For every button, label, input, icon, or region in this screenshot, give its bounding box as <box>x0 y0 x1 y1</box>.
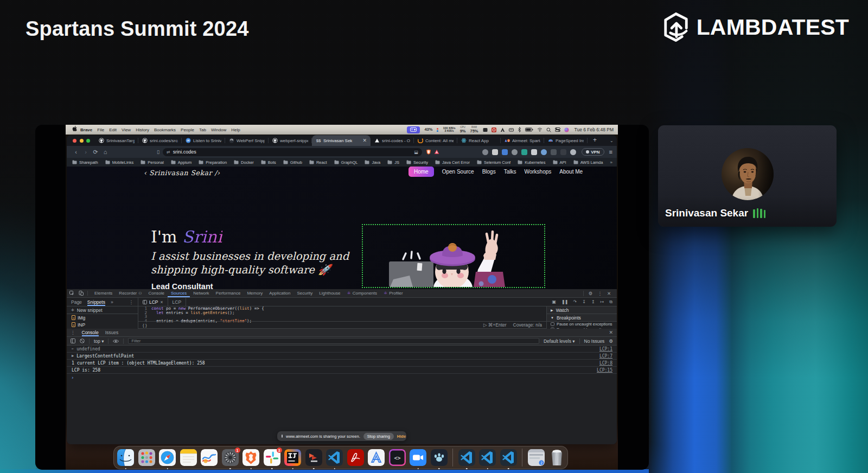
bookmark-mobilelinks[interactable]: MobileLinks <box>105 160 134 165</box>
issues-tab[interactable]: Issues <box>105 329 119 336</box>
close-drawer-icon[interactable]: ✕ <box>609 330 613 335</box>
new-tab-button[interactable]: + <box>588 136 602 145</box>
clear-console-icon[interactable] <box>80 338 85 343</box>
source-link[interactable]: LCP:1 <box>599 347 612 351</box>
pretty-print-toggle-icon[interactable]: ▣ <box>552 299 557 304</box>
menubar-item-view[interactable]: View <box>122 127 131 132</box>
extension-icon-3[interactable] <box>502 149 508 155</box>
dock-safari-icon[interactable] <box>159 449 176 466</box>
close-window-button[interactable] <box>73 139 76 143</box>
stop-sharing-button[interactable]: Stop sharing <box>363 433 394 440</box>
search-icon[interactable] <box>546 127 551 132</box>
site-nav-about-me[interactable]: About Me <box>559 169 583 175</box>
browser-tab-10[interactable]: Airmeet: Sparta <box>501 135 544 146</box>
back-button[interactable]: ‹ <box>71 149 81 155</box>
step-into-icon[interactable]: ↧ <box>582 299 586 304</box>
dock-launchpad-icon[interactable] <box>138 449 155 466</box>
editor-tab-lcp-2[interactable]: LCP <box>168 298 187 306</box>
dock-zoom-icon[interactable] <box>410 449 426 466</box>
menubar-item-brave[interactable]: Brave <box>80 127 92 132</box>
menubar-item-help[interactable]: Help <box>231 127 240 132</box>
bookmark-personal[interactable]: Personal <box>141 160 164 165</box>
tab-search-chevron-icon[interactable]: ⌄ <box>602 138 617 143</box>
browser-tab-3[interactable]: Listen to Srinivasa <box>182 135 225 146</box>
extension-icon-5[interactable] <box>521 149 527 155</box>
bookmark-preparation[interactable]: Preparation <box>199 160 227 165</box>
watch-section[interactable]: ▶Watch <box>547 306 617 314</box>
dock-warp-terminal-icon[interactable] <box>305 449 322 466</box>
devtools-tab-console[interactable]: Console <box>145 289 168 297</box>
adobe-icon[interactable] <box>500 127 505 132</box>
site-nav-home[interactable]: Home <box>409 167 434 177</box>
bookmark-docker[interactable]: Docker <box>234 160 254 165</box>
site-nav-open-source[interactable]: Open Source <box>442 169 474 175</box>
devtools-tab-sources[interactable]: Sources <box>168 289 190 297</box>
site-nav-talks[interactable]: Talks <box>504 169 516 175</box>
browser-menu-button[interactable]: ≡ <box>609 149 612 155</box>
menubar-item-history[interactable]: History <box>136 127 149 132</box>
step-out-icon[interactable]: ↥ <box>591 299 595 304</box>
dock-vscode-window-3-icon[interactable] <box>500 449 517 466</box>
home-button[interactable]: ⌂ <box>100 149 110 155</box>
dock-system-settings-icon[interactable]: 1 <box>222 449 239 466</box>
extension-icon-7[interactable] <box>541 149 547 155</box>
browser-tab-6[interactable]: SSSrinivasan Sek✕ <box>312 135 371 146</box>
close-editor-tab-icon[interactable]: × <box>161 299 163 305</box>
devtools-tab-recorder[interactable]: Recorder⚇ <box>116 289 145 297</box>
log-levels-select[interactable]: Default levels ▾ <box>544 338 575 344</box>
devtools-tab-lighthouse[interactable]: Lighthouse <box>316 289 343 297</box>
dock-intellij-idea-icon[interactable] <box>284 449 301 466</box>
devtools-tab-performance[interactable]: Performance <box>213 289 244 297</box>
bookmark-java-cert-error[interactable]: Java Cert Error <box>435 160 470 165</box>
console-settings-icon[interactable]: ⚙ <box>609 338 613 344</box>
issues-count[interactable]: No Issues <box>584 338 605 344</box>
participant-tile[interactable]: Srinivasan Sekar <box>658 125 837 227</box>
url-text[interactable]: srini.codes <box>173 149 412 155</box>
browser-tab-7[interactable]: srini-codes - Ove <box>371 135 414 146</box>
bookmark-java[interactable]: Java <box>365 160 380 165</box>
extension-icon-9[interactable] <box>560 149 566 155</box>
stage-manager-icon[interactable] <box>483 127 488 132</box>
bookmark-sharepath[interactable]: Sharepath <box>72 160 98 165</box>
bookmark-bots[interactable]: Bots <box>261 160 276 165</box>
bookmark-github[interactable]: Github <box>283 160 302 165</box>
snippet-img[interactable]: sIMg <box>67 314 138 321</box>
devtools-tab-components[interactable]: ⚛Components <box>344 289 381 297</box>
console-prompt[interactable]: › <box>67 374 617 381</box>
devtools-settings-icon[interactable]: ⚙ <box>589 291 593 296</box>
extension-icon-10[interactable] <box>570 149 576 155</box>
bookmark-icon[interactable]: ⬓ <box>414 150 418 155</box>
extension-icon-2[interactable] <box>492 149 498 155</box>
wifi-icon[interactable] <box>537 127 542 132</box>
console-tab[interactable]: Console <box>82 329 99 336</box>
dock-dev-terminal-icon[interactable]: <> <box>389 449 406 466</box>
forward-button[interactable]: › <box>81 149 91 155</box>
brave-shields-icon[interactable] <box>426 149 431 155</box>
site-nav-blogs[interactable]: Blogs <box>482 169 496 175</box>
step-over-icon[interactable]: ↷ <box>573 299 577 304</box>
snippet-inp[interactable]: sINP <box>67 321 138 328</box>
menubar-item-tab[interactable]: Tab <box>199 127 206 132</box>
bluetooth-icon[interactable] <box>518 127 521 132</box>
step-icon[interactable]: ↦ <box>601 299 604 304</box>
site-logo[interactable]: ‹ Srinivasan Sekar /› <box>144 169 220 177</box>
bookmark-selenium-conf[interactable]: Selenium Conf <box>477 160 510 165</box>
browser-tab-5[interactable]: webperf-snippets <box>269 135 312 146</box>
dock-vscode-window-1-icon[interactable] <box>458 449 475 466</box>
browser-tab-8[interactable]: Content: All media <box>414 135 457 146</box>
dock-finder-icon[interactable] <box>117 449 134 466</box>
eye-icon[interactable] <box>113 339 119 343</box>
window-controls[interactable] <box>67 139 95 143</box>
dock-trash-icon[interactable] <box>548 449 565 466</box>
devtools-close-icon[interactable]: ✕ <box>607 291 611 296</box>
dock-vscode-window-2-icon[interactable] <box>479 449 496 466</box>
bookmark-security[interactable]: Security <box>406 160 428 165</box>
dock-brave-icon[interactable] <box>242 449 259 466</box>
device-toolbar-icon[interactable] <box>79 291 84 296</box>
address-bar[interactable]: ⇄ srini.codes ⬓ <box>163 148 422 156</box>
site-nav-workshops[interactable]: Workshops <box>524 169 551 175</box>
bookmark-aws-lamda[interactable]: AWS Lamda <box>573 160 603 165</box>
console-filter-input[interactable]: Filter <box>128 338 539 344</box>
extension-icon-6[interactable] <box>531 149 537 155</box>
devtools-tab-network[interactable]: Network <box>190 289 212 297</box>
